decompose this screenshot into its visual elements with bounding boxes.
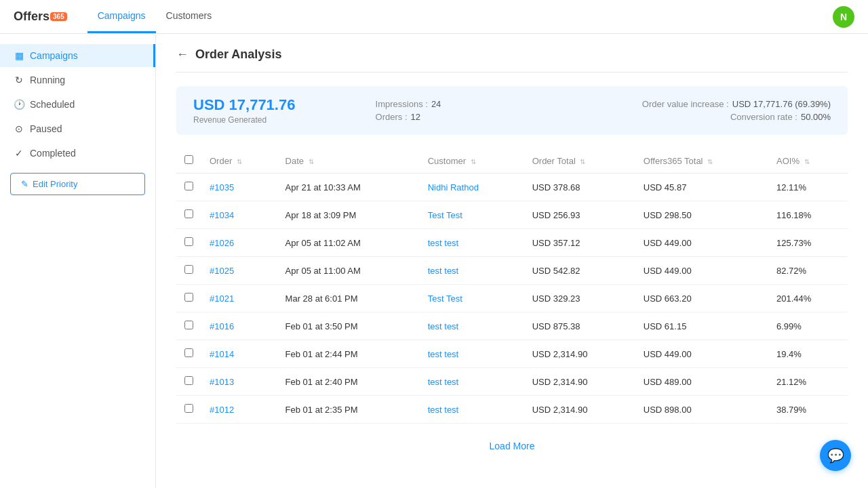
order-link[interactable]: #1026 bbox=[210, 238, 234, 248]
cell-order: #1012 bbox=[201, 396, 277, 424]
customer-link[interactable]: test test bbox=[428, 377, 459, 387]
sidebar-item-label: Running bbox=[30, 75, 65, 85]
col-customer[interactable]: Customer ⇅ bbox=[420, 148, 524, 174]
col-offers365-total[interactable]: Offers365 Total ⇅ bbox=[635, 148, 768, 174]
cell-customer: test test bbox=[420, 257, 524, 285]
col-aoi[interactable]: AOI% ⇅ bbox=[768, 148, 848, 174]
customer-link[interactable]: test test bbox=[428, 405, 459, 415]
sort-icon-order: ⇅ bbox=[237, 158, 242, 165]
cell-aoi: 82.72% bbox=[768, 257, 848, 285]
cell-date: Apr 21 at 10:33 AM bbox=[277, 174, 420, 201]
nav-campaigns[interactable]: Campaigns bbox=[87, 0, 156, 33]
row-checkbox[interactable] bbox=[184, 237, 193, 246]
customer-link[interactable]: test test bbox=[428, 238, 459, 248]
customer-link[interactable]: Nidhi Rathod bbox=[428, 182, 479, 192]
table-row: #1021 Mar 28 at 6:01 PM Test Test USD 32… bbox=[176, 285, 848, 312]
table-row: #1025 Apr 05 at 11:00 AM test test USD 5… bbox=[176, 257, 848, 285]
order-link[interactable]: #1013 bbox=[210, 377, 234, 387]
col-order-total[interactable]: Order Total ⇅ bbox=[524, 148, 635, 174]
order-link[interactable]: #1016 bbox=[210, 321, 234, 331]
order-link[interactable]: #1021 bbox=[210, 293, 234, 304]
sidebar-item-scheduled[interactable]: 🕐 Scheduled bbox=[0, 93, 155, 116]
row-checkbox[interactable] bbox=[184, 404, 193, 413]
load-more-button[interactable]: Load More bbox=[479, 437, 545, 455]
sidebar-item-campaigns[interactable]: ▦ Campaigns bbox=[0, 44, 155, 67]
back-button[interactable]: ← bbox=[176, 47, 189, 62]
order-value-increase-label: Order value increase : bbox=[642, 99, 729, 109]
cell-order: #1025 bbox=[201, 257, 277, 285]
table-row: #1014 Feb 01 at 2:44 PM test test USD 2,… bbox=[176, 340, 848, 368]
row-checkbox-cell bbox=[176, 285, 201, 312]
header-checkbox-cell bbox=[176, 148, 201, 174]
customer-link[interactable]: Test Test bbox=[428, 293, 462, 304]
cell-offers365-total: USD 898.00 bbox=[635, 396, 768, 424]
impressions-row: Impressions : 24 bbox=[376, 99, 558, 109]
stat-revenue: USD 17,771.76 Revenue Generated bbox=[193, 96, 376, 125]
customer-link[interactable]: test test bbox=[428, 321, 459, 331]
row-checkbox-cell bbox=[176, 257, 201, 285]
paused-icon: ⊙ bbox=[14, 123, 24, 134]
cell-date: Feb 01 at 2:35 PM bbox=[277, 396, 420, 424]
cell-order: #1014 bbox=[201, 340, 277, 368]
cell-aoi: 19.4% bbox=[768, 340, 848, 368]
cell-order-total: USD 357.12 bbox=[524, 229, 635, 257]
customer-link[interactable]: test test bbox=[428, 266, 459, 276]
row-checkbox[interactable] bbox=[184, 293, 193, 302]
customer-link[interactable]: Test Test bbox=[428, 210, 462, 220]
row-checkbox[interactable] bbox=[184, 376, 193, 385]
cell-customer: Test Test bbox=[420, 285, 524, 312]
customer-link[interactable]: test test bbox=[428, 349, 459, 359]
cell-offers365-total: USD 45.87 bbox=[635, 174, 768, 201]
conversion-rate-value: 50.00% bbox=[801, 112, 831, 122]
cell-offers365-total: USD 61.15 bbox=[635, 312, 768, 340]
cell-customer: test test bbox=[420, 340, 524, 368]
orders-table-container: Order ⇅ Date ⇅ Customer ⇅ Order Total ⇅ … bbox=[176, 148, 848, 468]
impressions-label: Impressions : bbox=[376, 99, 428, 109]
order-link[interactable]: #1012 bbox=[210, 405, 234, 415]
cell-aoi: 201.44% bbox=[768, 285, 848, 312]
row-checkbox[interactable] bbox=[184, 209, 193, 218]
sort-icon-date: ⇅ bbox=[309, 158, 314, 165]
chat-icon: 💬 bbox=[827, 447, 844, 464]
table-row: #1016 Feb 01 at 3:50 PM test test USD 87… bbox=[176, 312, 848, 340]
orders-value: 12 bbox=[411, 112, 420, 122]
row-checkbox[interactable] bbox=[184, 321, 193, 329]
order-value-increase-row: Order value increase : USD 17,771.76 (69… bbox=[642, 99, 831, 109]
row-checkbox[interactable] bbox=[184, 182, 193, 190]
table-row: #1026 Apr 05 at 11:02 AM test test USD 3… bbox=[176, 229, 848, 257]
sidebar-item-label: Campaigns bbox=[30, 50, 78, 61]
order-link[interactable]: #1034 bbox=[210, 210, 234, 220]
row-checkbox-cell bbox=[176, 312, 201, 340]
row-checkbox[interactable] bbox=[184, 348, 193, 357]
top-nav: Offers 365 Campaigns Customers N bbox=[0, 0, 868, 34]
edit-priority-button[interactable]: ✎ Edit Priority bbox=[10, 173, 145, 195]
sidebar-item-running[interactable]: ↻ Running bbox=[0, 68, 155, 92]
stat-right: Order value increase : USD 17,771.76 (69… bbox=[557, 99, 831, 122]
sidebar-item-label: Scheduled bbox=[30, 99, 75, 110]
row-checkbox-cell bbox=[176, 201, 201, 229]
order-link[interactable]: #1035 bbox=[210, 182, 234, 192]
sidebar-item-paused[interactable]: ⊙ Paused bbox=[0, 117, 155, 140]
orders-label: Orders : bbox=[376, 112, 408, 122]
sort-icon-aoi: ⇅ bbox=[804, 158, 810, 165]
col-date[interactable]: Date ⇅ bbox=[277, 148, 420, 174]
cell-aoi: 6.99% bbox=[768, 312, 848, 340]
conversion-rate-row: Conversion rate : 50.00% bbox=[730, 112, 831, 122]
cell-order: #1026 bbox=[201, 229, 277, 257]
sidebar-item-completed[interactable]: ✓ Completed bbox=[0, 142, 155, 165]
order-link[interactable]: #1025 bbox=[210, 266, 234, 276]
sort-icon-order-total: ⇅ bbox=[580, 158, 585, 165]
nav-customers[interactable]: Customers bbox=[156, 0, 222, 33]
cell-offers365-total: USD 298.50 bbox=[635, 201, 768, 229]
row-checkbox-cell bbox=[176, 396, 201, 424]
select-all-checkbox[interactable] bbox=[184, 155, 193, 164]
order-link[interactable]: #1014 bbox=[210, 349, 234, 359]
edit-priority-label: Edit Priority bbox=[33, 179, 77, 189]
row-checkbox[interactable] bbox=[184, 265, 193, 274]
table-row: #1034 Apr 18 at 3:09 PM Test Test USD 25… bbox=[176, 201, 848, 229]
main-content: ← Order Analysis USD 17,771.76 Revenue G… bbox=[156, 34, 868, 488]
cell-order-total: USD 2,314.90 bbox=[524, 340, 635, 368]
col-order[interactable]: Order ⇅ bbox=[201, 148, 277, 174]
chat-button[interactable]: 💬 bbox=[820, 440, 851, 471]
cell-aoi: 116.18% bbox=[768, 201, 848, 229]
